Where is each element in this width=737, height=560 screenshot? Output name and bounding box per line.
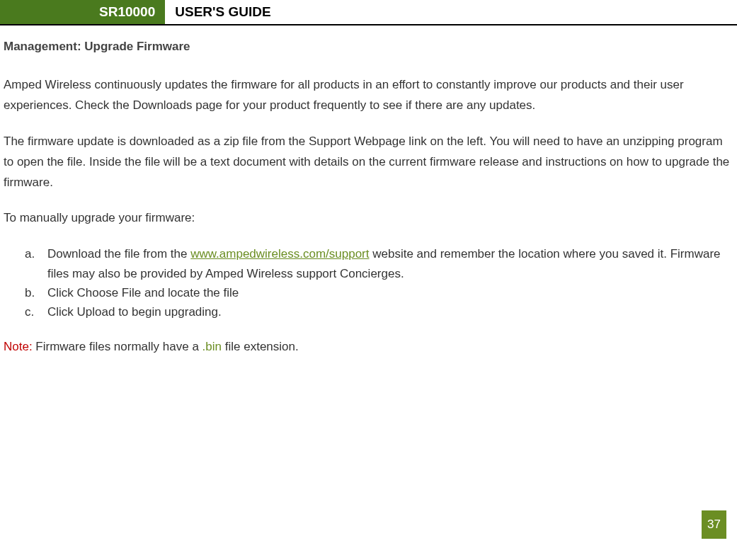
note-paragraph: Note: Firmware files normally have a .bi… [4,337,730,358]
note-pre: Firmware files normally have a [33,340,202,353]
list-text: Click Choose File and locate the file [47,283,730,302]
list-item-a: a. Download the file from the www.ampedw… [25,244,730,282]
paragraph-1: Amped Wireless continuously updates the … [4,75,730,116]
list-item-c: c. Click Upload to begin upgrading. [25,302,730,321]
support-link[interactable]: www.ampedwireless.com/support [190,247,369,261]
list-marker: a. [25,244,47,282]
document-title: USER'S GUIDE [165,0,280,24]
instruction-list: a. Download the file from the www.ampedw… [4,244,730,321]
list-text: Download the file from the www.ampedwire… [47,244,730,282]
note-post: file extension. [222,340,299,353]
page-number: 37 [702,510,726,539]
document-content: Management: Upgrade Firmware Amped Wirel… [0,40,737,358]
note-label: Note: [4,340,33,353]
note-extension: .bin [202,340,222,353]
list-item-b: b. Click Choose File and locate the file [25,283,730,302]
list-text: Click Upload to begin upgrading. [47,302,730,321]
section-title: Management: Upgrade Firmware [4,40,730,54]
product-model: SR10000 [14,0,165,24]
list-marker: c. [25,302,47,321]
list-marker: b. [25,283,47,302]
text-pre: Download the file from the [47,247,190,261]
document-header: SR10000 USER'S GUIDE [0,0,737,25]
header-accent-bar [0,0,14,24]
paragraph-2: The firmware update is downloaded as a z… [4,132,730,193]
paragraph-3: To manually upgrade your firmware: [4,208,730,229]
